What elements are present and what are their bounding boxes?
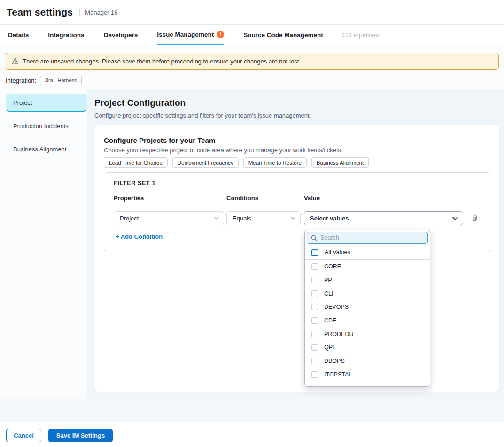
chip-business-alignment[interactable]: Business Alignment (311, 157, 369, 168)
sidebar-item-production-incidents[interactable]: Production Incidents (6, 117, 87, 135)
tabbar: Details Integrations Developers Issue Ma… (0, 25, 504, 45)
cancel-button[interactable]: Cancel (6, 429, 41, 442)
search-input[interactable] (320, 235, 424, 241)
option-cli[interactable]: CLI (305, 287, 430, 300)
integration-chip[interactable]: Jira - Harness (40, 76, 81, 85)
value-multiselect[interactable]: Select values... (304, 211, 463, 225)
team-settings-page: Team settings | Manager 16 Details Integ… (0, 0, 504, 447)
chevron-down-icon (291, 217, 295, 220)
add-condition-button[interactable]: + Add Condition (116, 233, 163, 240)
configure-projects-card: Configure Projects for your Team Choose … (94, 125, 499, 392)
integration-row: Integration: Jira - Harness (6, 76, 82, 85)
page-title: Team settings (7, 7, 73, 18)
delete-filter-icon[interactable] (471, 214, 480, 222)
chip-deployment-frequency[interactable]: Deployment Frequency (172, 157, 239, 168)
unsaved-changes-banner: There are unsaved changes. Please save t… (5, 53, 499, 70)
tab-developers[interactable]: Developers (104, 25, 138, 45)
dropdown-options-list: CORE PP CLI DEVOPS CDE PRODEDU QPE DBOPS… (305, 260, 430, 387)
team-name: Manager 16 (85, 9, 117, 16)
main-panel: Project Configuration Configure project-… (87, 89, 504, 399)
banner-message: There are unsaved changes. Please save t… (23, 58, 301, 65)
footer-actions: Cancel Save IM Settings (0, 422, 504, 447)
checkbox[interactable] (311, 331, 318, 337)
integration-label: Integration: (6, 77, 36, 84)
card-description: Choose your respective project or code a… (104, 147, 343, 154)
all-values-checkbox[interactable] (311, 249, 318, 256)
checkbox[interactable] (311, 304, 318, 310)
tab-details[interactable]: Details (8, 25, 29, 45)
option-core[interactable]: CORE (305, 260, 430, 274)
option-dbops[interactable]: DBOPS (305, 354, 430, 368)
value-dropdown-panel: All Values CORE PP CLI DEVOPS CDE PRODED… (304, 230, 430, 387)
sub-header-section: There are unsaved changes. Please save t… (0, 46, 504, 89)
settings-sidebar: Project Production Incidents Business Al… (0, 89, 87, 399)
section-title: Project Configuration (94, 98, 186, 108)
section-description: Configure project-specific settings and … (94, 112, 311, 119)
save-im-settings-button[interactable]: Save IM Settings (48, 429, 113, 442)
checkbox[interactable] (311, 290, 318, 297)
checkbox[interactable] (311, 263, 318, 270)
sidebar-item-project[interactable]: Project (6, 94, 87, 112)
properties-select[interactable]: Project (114, 211, 224, 225)
footer-spacer (0, 399, 504, 422)
tab-issue-management[interactable]: Issue Management ! (157, 25, 224, 45)
unsaved-changes-badge-icon: ! (217, 31, 224, 38)
checkbox[interactable] (311, 385, 318, 387)
header: Team settings | Manager 16 (0, 0, 504, 25)
checkbox[interactable] (311, 358, 318, 364)
option-prodedu[interactable]: PRODEDU (305, 327, 430, 341)
checkbox[interactable] (311, 317, 318, 324)
option-qpe[interactable]: QPE (305, 341, 430, 354)
dropdown-search-area (305, 230, 430, 245)
filter-set-1: FILTER SET 1 Properties Conditions Value… (104, 172, 491, 252)
conditions-select[interactable]: Equals (226, 211, 301, 225)
chevron-down-icon (452, 217, 458, 220)
option-pipe[interactable]: PIPE (305, 381, 430, 387)
tab-cd-pipelines: CD Pipelines (342, 25, 379, 45)
warning-icon (11, 58, 19, 65)
option-pp[interactable]: PP (305, 274, 430, 287)
tab-source-code-management[interactable]: Source Code Management (243, 25, 323, 45)
title-divider: | (78, 8, 80, 16)
chevron-down-icon (214, 217, 219, 220)
option-devops[interactable]: DEVOPS (305, 300, 430, 314)
checkbox[interactable] (311, 344, 318, 351)
filter-set-title: FILTER SET 1 (114, 180, 155, 187)
search-icon (311, 235, 317, 241)
chip-mean-time-to-restore[interactable]: Mean Time to Restore (243, 157, 307, 168)
column-header-properties: Properties (114, 195, 144, 202)
column-header-conditions: Conditions (226, 195, 258, 202)
tab-integrations[interactable]: Integrations (48, 25, 84, 45)
sidebar-item-business-alignment[interactable]: Business Alignment (6, 140, 87, 158)
all-values-option[interactable]: All Values (305, 245, 430, 259)
option-cde[interactable]: CDE (305, 314, 430, 328)
chip-lead-time-for-change[interactable]: Lead Time for Change (104, 157, 168, 168)
metric-chips: Lead Time for Change Deployment Frequenc… (104, 157, 369, 168)
checkbox[interactable] (311, 371, 318, 378)
option-itopstai[interactable]: ITOPSTAI (305, 368, 430, 382)
dropdown-search-field[interactable] (307, 232, 428, 244)
checkbox[interactable] (311, 277, 318, 283)
column-header-value: Value (304, 195, 320, 202)
card-title: Configure Projects for your Team (104, 136, 215, 144)
